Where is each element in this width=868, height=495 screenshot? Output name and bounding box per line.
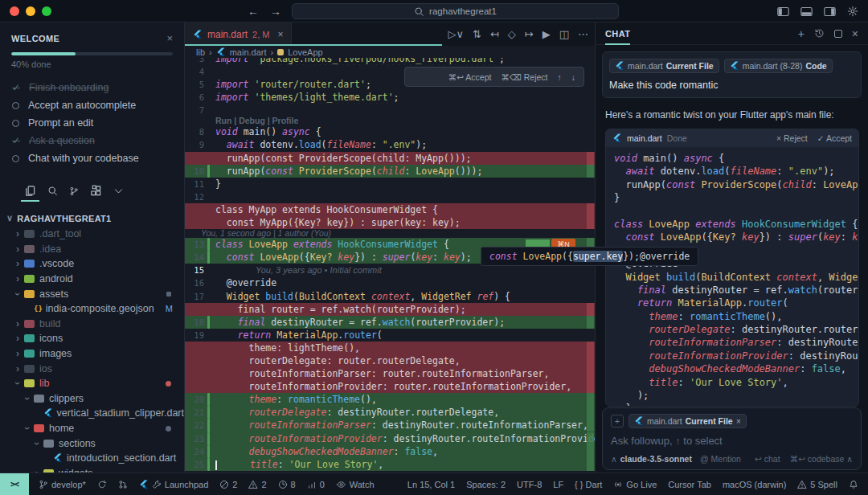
status-item--dart[interactable]: { } Dart [575, 480, 602, 489]
source-control-icon[interactable] [69, 186, 79, 201]
reject-button[interactable]: × Reject [776, 133, 808, 143]
code-line[interactable]: runApp(const ProviderScope(child: MyApp(… [185, 152, 595, 165]
context-pill[interactable]: main.dart (8-28)Code [724, 59, 833, 73]
code-line[interactable]: 19 return MaterialApp.router( [185, 329, 595, 342]
tree-item-build[interactable]: ›build [0, 317, 184, 332]
chevron-down-icon[interactable] [113, 186, 124, 201]
tab-main-dart[interactable]: main.dart 2, M × [185, 22, 292, 46]
tree-item-vertical-stadium-clipper-dart[interactable]: vertical_stadium_clipper.dart [0, 406, 184, 421]
next-change-icon[interactable]: ↦ [525, 28, 534, 40]
toggle-primary-sidebar-icon[interactable] [777, 6, 789, 17]
status-item-lf[interactable]: LF [553, 480, 563, 489]
prev-suggestion-button[interactable]: ↑ [558, 72, 562, 82]
model-selector[interactable]: ∧ claude-3.5-sonnet [611, 454, 692, 464]
tree-item-clippers[interactable]: ›clippers [0, 391, 184, 407]
history-forward-button[interactable]: → [270, 5, 281, 18]
tree-item-introduction-section-dart[interactable]: introduction_section.dart [0, 451, 184, 466]
status-item-2[interactable]: 2 [219, 480, 237, 489]
status-item-cursor-tab[interactable]: Cursor Tab [668, 480, 711, 489]
status-item-spaces-2[interactable]: Spaces: 2 [466, 480, 506, 489]
close-window-button[interactable] [10, 6, 19, 16]
status-item-develop-[interactable]: develop* [39, 480, 86, 489]
tree-item--idea[interactable]: ›.idea [0, 242, 184, 257]
breadcrumb-folder[interactable]: lib [196, 47, 205, 57]
status-item[interactable] [849, 480, 858, 489]
status-item-watch[interactable]: Watch [336, 480, 375, 489]
code-line[interactable]: final router = ref.watch(routerProvider)… [185, 303, 595, 316]
tree-item-india-composite-geojson[interactable]: {}india-composite.geojsonM [0, 301, 184, 317]
onboarding-task[interactable]: Prompt an edit [0, 114, 184, 132]
settings-gear-icon[interactable] [847, 6, 858, 17]
tab-chat[interactable]: CHAT [605, 29, 630, 45]
zoom-window-button[interactable] [42, 6, 51, 16]
code-line[interactable]: 22 routeInformationParser: destinyRouter… [185, 419, 595, 432]
onboarding-task[interactable]: Chat with your codebase [0, 149, 184, 167]
search-icon[interactable] [47, 186, 58, 201]
code-line[interactable]: You, 1 second ago | 1 author (You) [185, 229, 595, 238]
status-item-0[interactable]: 0 [307, 480, 325, 489]
code-line[interactable]: 6import 'themes/light_theme.dart'; [185, 91, 595, 104]
run-dropdown-icon[interactable]: ▷∨ [448, 28, 464, 40]
context-pill[interactable]: main.dartCurrent File [609, 59, 719, 73]
breadcrumb-symbol[interactable]: LoveApp [288, 47, 322, 57]
split-editor-icon[interactable]: ◫ [559, 28, 569, 40]
expand-icon[interactable] [834, 30, 842, 38]
code-line[interactable]: routeInformationProvider: router.routeIn… [185, 380, 595, 393]
code-line[interactable]: routeInformationParser: router.routeInfo… [185, 367, 595, 380]
close-icon[interactable]: × [852, 27, 858, 40]
tree-item-lib[interactable]: ›lib [0, 376, 184, 391]
code-line[interactable]: Run | Debug | Profile [185, 117, 595, 125]
status-item-8[interactable]: 8 [278, 480, 296, 489]
code-line[interactable]: 16 @override [185, 276, 595, 289]
code-line[interactable]: 8void main() async { [185, 125, 595, 138]
next-suggestion-button[interactable]: ↓ [571, 72, 575, 82]
code-line[interactable]: 11} [185, 178, 595, 190]
status-item-go-live[interactable]: Go Live [613, 480, 657, 489]
code-line[interactable]: theme: lightTheme(), [185, 342, 595, 354]
status-item[interactable] [97, 480, 107, 489]
close-icon[interactable]: × [166, 32, 173, 44]
tree-item-icons[interactable]: ›icons [0, 331, 184, 346]
status-item[interactable] [118, 480, 128, 489]
command-center-search[interactable]: raghavthegreat1 [292, 3, 619, 19]
code-line[interactable]: 20 theme: romanticTheme(), [185, 393, 595, 406]
send-chat-hint[interactable]: ↩ chat [755, 454, 780, 464]
extensions-icon[interactable] [90, 185, 102, 202]
code-line[interactable]: 7 [185, 104, 595, 117]
code-line[interactable]: 25 title: 'Our Love Story', [185, 458, 595, 471]
code-line[interactable]: 9 await dotenv.load(fileName: ".env"); [185, 138, 595, 151]
history-back-button[interactable]: ← [248, 5, 259, 18]
chat-input-box[interactable]: + main.dart Current File × Ask followup,… [602, 407, 862, 470]
close-tab-icon[interactable]: × [277, 29, 283, 40]
accept-button[interactable]: ⌘↩ Accept [448, 72, 492, 82]
prev-change-icon[interactable]: ↤ [490, 28, 499, 40]
status-item-utf-8[interactable]: UTF-8 [517, 480, 542, 489]
breadcrumb[interactable]: lib › main.dart › LoveApp [185, 46, 595, 58]
toggle-panel-icon[interactable] [800, 6, 813, 17]
code-line[interactable]: 17 Widget build(BuildContext context, Wi… [185, 290, 595, 303]
add-context-button[interactable]: + [611, 415, 624, 428]
new-chat-icon[interactable]: + [798, 27, 805, 40]
minimize-window-button[interactable] [26, 6, 35, 16]
tree-item-images[interactable]: ›images [0, 346, 184, 362]
status-item-2[interactable]: 2 [248, 480, 266, 489]
code-line[interactable]: 10 runApp(const ProviderScope(child: Lov… [185, 165, 595, 178]
tree-item--vscode[interactable]: ›.vscode [0, 256, 184, 272]
code-line[interactable]: class MyApp extends HookConsumerWidget { [185, 203, 595, 216]
onboarding-task[interactable]: ✓Finish onboarding [0, 79, 184, 96]
history-icon[interactable] [814, 28, 825, 39]
remote-indicator[interactable]: >< [0, 473, 29, 495]
revert-change-icon[interactable]: ◇ [508, 28, 516, 40]
code-line[interactable]: 18 final destinyRouter = ref.watch(route… [185, 316, 595, 329]
code-line[interactable]: const MyApp({Key? key}) : super(key: key… [185, 216, 595, 229]
code-line[interactable]: 12 [185, 190, 595, 203]
status-item-macos-darwin-[interactable]: macOS (darwin) [723, 480, 786, 489]
tree-item-assets[interactable]: ›assets [0, 286, 184, 301]
tree-item-home[interactable]: ›home [0, 421, 184, 436]
tree-item-sections[interactable]: ›sections [0, 436, 184, 451]
onboarding-task[interactable]: Accept an autocomplete [0, 96, 184, 114]
remove-pill-icon[interactable]: × [736, 416, 741, 426]
tree-item--dart-tool[interactable]: ›.dart_tool [0, 227, 184, 242]
tree-item-widgets[interactable]: ›widgets [0, 466, 184, 473]
toggle-secondary-sidebar-icon[interactable] [824, 6, 836, 17]
